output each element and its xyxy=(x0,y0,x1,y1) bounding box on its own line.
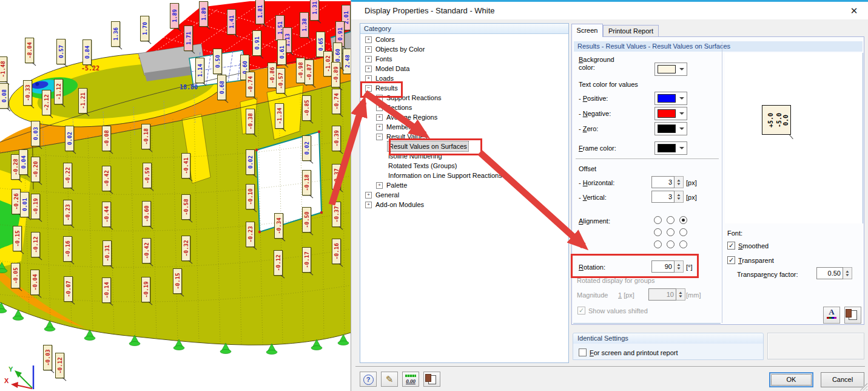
expand-icon[interactable]: + xyxy=(365,75,372,82)
spinner-arrows-icon[interactable]: ▲▼ xyxy=(843,267,852,279)
model-viewport[interactable]: Y X 1.891.891.711.411.811.511.381.131.31… xyxy=(0,0,351,391)
collapse-icon[interactable]: − xyxy=(365,85,372,92)
tree-item-average-regions[interactable]: +Average Regions xyxy=(360,112,568,122)
expand-icon[interactable]: + xyxy=(365,66,372,72)
font-a-icon: A xyxy=(829,307,834,316)
collapse-icon[interactable]: − xyxy=(376,134,383,140)
result-value-label: -0.08 xyxy=(102,126,111,151)
result-value-label: -0.14 xyxy=(102,277,111,303)
expand-icon[interactable]: + xyxy=(376,95,383,101)
spinner-arrows-icon[interactable]: ▲▼ xyxy=(675,191,684,203)
copy-settings-button[interactable] xyxy=(844,307,861,324)
help-button[interactable]: ? xyxy=(360,372,377,387)
close-icon[interactable]: ✕ xyxy=(847,4,861,18)
zero-label: - Zero: xyxy=(579,125,598,132)
divider xyxy=(576,158,719,159)
tree-item-palette[interactable]: +Palette xyxy=(360,180,568,190)
expand-icon[interactable]: + xyxy=(365,56,372,63)
tab-printout-report[interactable]: Printout Report xyxy=(603,25,659,37)
category-tree[interactable]: +Colors+Objects by Color+Fonts+Model Dat… xyxy=(360,34,568,209)
units-icon: 0.00 xyxy=(406,378,415,384)
frame-color-label: Frame color: xyxy=(579,144,616,152)
result-value-label: -0.17 xyxy=(302,247,311,273)
tree-item-add-on-modules[interactable]: +Add-on Modules xyxy=(360,200,568,209)
transparency-factor-stepper[interactable]: 0.50 ▲▼ xyxy=(816,267,852,279)
negative-color-dropdown[interactable] xyxy=(654,107,687,120)
alignment-radio-1-1[interactable] xyxy=(654,216,662,224)
tree-item-rotated-texts-groups-[interactable]: Rotated Texts (Groups) xyxy=(360,161,568,171)
tree-item-result-values[interactable]: −Result Values xyxy=(360,132,568,141)
horizontal-stepper[interactable]: 3 ▲▼ xyxy=(651,176,684,188)
tree-item-information-on-line-support-reactions[interactable]: Information on Line Support Reactions xyxy=(360,171,568,180)
vertical-stepper[interactable]: 3 ▲▼ xyxy=(651,191,684,203)
tree-item-fonts[interactable]: +Fonts xyxy=(360,54,568,64)
tree-item-general[interactable]: +General xyxy=(360,190,568,200)
vertical-value[interactable]: 3 xyxy=(651,191,675,203)
resize-grip[interactable] xyxy=(860,383,867,390)
font-settings-button[interactable]: A xyxy=(823,307,840,324)
result-value-label: -0.89 xyxy=(331,62,340,87)
smoothed-checkbox[interactable]: ✓ xyxy=(727,242,735,250)
alignment-radio-3-1[interactable] xyxy=(654,240,662,248)
result-value-label: -1.48 xyxy=(0,56,7,82)
alignment-radio-2-3[interactable] xyxy=(679,228,687,236)
tree-item-label: General xyxy=(374,190,400,200)
alignment-radio-1-3[interactable] xyxy=(679,216,687,224)
tree-item-results[interactable]: −Results xyxy=(360,83,568,93)
copy-to-clipboard-button[interactable] xyxy=(423,372,440,387)
tree-item-result-values-on-surfaces[interactable]: Result Values on Surfaces xyxy=(360,141,568,151)
tree-item-support-reactions[interactable]: +Support Reactions xyxy=(360,93,568,103)
edit-comment-button[interactable]: ✎ xyxy=(381,372,398,387)
category-header: Category xyxy=(360,24,568,34)
ok-button[interactable]: OK xyxy=(769,372,813,387)
frame-color-swatch xyxy=(658,144,676,152)
result-value-label: -1.34 xyxy=(275,103,284,129)
alignment-radio-1-2[interactable] xyxy=(667,216,675,224)
alignment-radio-2-1[interactable] xyxy=(654,228,662,236)
tree-item-loads[interactable]: +Loads xyxy=(360,73,568,83)
frame-color-dropdown[interactable] xyxy=(654,141,687,155)
divider xyxy=(573,323,721,324)
tab-screen[interactable]: Screen xyxy=(571,24,603,37)
cancel-button[interactable]: Cancel xyxy=(821,372,864,387)
tree-item-model-data[interactable]: +Model Data xyxy=(360,64,568,73)
tree-item-isoline-numbering[interactable]: Isoline Numbering xyxy=(360,151,568,161)
expand-icon[interactable]: + xyxy=(376,124,383,131)
expand-icon[interactable]: + xyxy=(365,192,372,199)
expand-icon[interactable]: + xyxy=(376,182,383,189)
result-value-label: 0.04 xyxy=(19,149,28,175)
result-value-label: -0.19 xyxy=(141,277,150,302)
spinner-arrows-icon[interactable]: ▲▼ xyxy=(675,176,684,188)
rotation-label: Rotation: xyxy=(579,264,605,271)
for-screen-and-printout-checkbox[interactable] xyxy=(579,348,587,356)
background-color-dropdown[interactable] xyxy=(654,63,687,76)
horizontal-value[interactable]: 3 xyxy=(651,176,675,188)
alignment-radio-3-2[interactable] xyxy=(667,240,675,248)
result-value-label: -0.33 xyxy=(23,80,32,106)
alignment-radio-3-3[interactable] xyxy=(679,240,687,248)
expand-icon[interactable]: + xyxy=(365,46,372,53)
expand-icon[interactable]: + xyxy=(376,114,383,121)
dialog-titlebar[interactable]: Display Properties - Standard - White ✕ xyxy=(351,2,868,19)
rotation-value[interactable]: 90 xyxy=(651,260,675,273)
rotation-stepper[interactable]: 90 ▲▼ xyxy=(651,260,684,273)
zero-color-dropdown[interactable] xyxy=(654,122,687,135)
tree-item-colors[interactable]: +Colors xyxy=(360,35,568,44)
transparent-checkbox[interactable]: ✓ xyxy=(727,256,735,264)
spinner-arrows-icon[interactable]: ▲▼ xyxy=(675,260,684,273)
expand-icon[interactable]: + xyxy=(365,36,372,43)
preview-area: +5.0 -5.0 0.0 xyxy=(725,53,863,223)
result-value-label: -0.18 xyxy=(302,170,311,195)
positive-color-dropdown[interactable] xyxy=(654,92,687,105)
expand-icon[interactable]: + xyxy=(376,104,383,111)
result-value-label: -0.23 xyxy=(246,222,255,247)
transparency-factor-value[interactable]: 0.50 xyxy=(816,267,843,279)
alignment-radio-2-2[interactable] xyxy=(667,228,675,236)
units-settings-button[interactable]: 0.00 xyxy=(402,372,419,387)
tree-item-label: Sections xyxy=(385,103,413,112)
tree-item-sections[interactable]: +Sections xyxy=(360,103,568,112)
result-value-label: -0.31 xyxy=(103,240,112,266)
tree-item-objects-by-color[interactable]: +Objects by Color xyxy=(360,44,568,54)
tree-item-members[interactable]: +Members xyxy=(360,122,568,132)
expand-icon[interactable]: + xyxy=(365,202,372,208)
